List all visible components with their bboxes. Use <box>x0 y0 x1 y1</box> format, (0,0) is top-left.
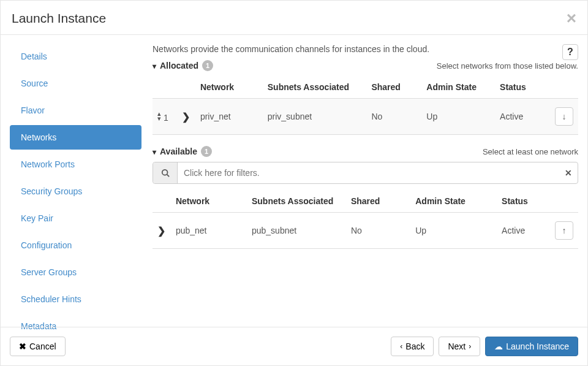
content-panel: ? Networks provide the communication cha… <box>141 44 578 341</box>
row-admin-state: Up <box>421 99 495 135</box>
chevron-down-icon <box>153 147 156 156</box>
arrow-down-icon: ↓ <box>562 112 567 121</box>
cloud-upload-icon: ☁ <box>494 341 503 351</box>
sidebar-item-key-pair[interactable]: Key Pair <box>10 206 141 231</box>
arrow-up-icon: ↑ <box>562 226 567 235</box>
chevron-left-icon: ‹ <box>400 342 402 351</box>
sidebar-item-server-groups[interactable]: Server Groups <box>10 260 141 284</box>
wizard-sidebar: Details Source Flavor Networks Network P… <box>10 44 141 341</box>
col-shared[interactable]: Shared <box>366 76 421 99</box>
allocated-header-row: Allocated 1 Select networks from those l… <box>153 60 578 71</box>
allocated-label: Allocated <box>160 61 198 71</box>
next-button[interactable]: Next › <box>439 337 480 356</box>
sidebar-item-source[interactable]: Source <box>10 71 141 96</box>
col-admin-state[interactable]: Admin State <box>421 76 495 99</box>
sidebar-item-network-ports[interactable]: Network Ports <box>10 152 141 177</box>
sidebar-item-details[interactable]: Details <box>10 44 141 69</box>
col-network[interactable]: Network <box>195 76 263 99</box>
svg-point-0 <box>162 170 167 175</box>
help-button[interactable]: ? <box>562 44 578 60</box>
sidebar-item-networks[interactable]: Networks <box>10 125 141 150</box>
svg-line-1 <box>167 175 169 177</box>
sidebar-item-configuration[interactable]: Configuration <box>10 233 141 257</box>
row-shared: No <box>366 99 421 135</box>
table-row: ❯ pub_net pub_subnet No Up Active ↑ <box>153 213 578 249</box>
row-status: Active <box>495 99 550 135</box>
chevron-right-icon: › <box>469 342 471 351</box>
table-row: ▴▾ 1 ❯ priv_net priv_subnet No Up Active… <box>153 99 578 135</box>
col-shared[interactable]: Shared <box>346 190 410 213</box>
allocated-hint: Select networks from those listed below. <box>437 61 578 71</box>
modal-title: Launch Instance <box>12 11 106 26</box>
clear-filter-button[interactable]: ✕ <box>559 162 578 183</box>
search-icon[interactable] <box>153 162 178 183</box>
allocated-table: Network Subnets Associated Shared Admin … <box>153 76 578 135</box>
row-expand[interactable]: ❯ <box>153 213 171 249</box>
filter-input[interactable] <box>178 162 559 183</box>
available-label: Available <box>160 147 197 156</box>
description-text: Networks provide the communication chann… <box>153 44 578 54</box>
row-network: pub_net <box>171 213 247 249</box>
chevron-right-icon: ❯ <box>157 226 165 236</box>
available-count-badge: 1 <box>201 146 212 157</box>
available-hint: Select at least one network <box>483 147 578 156</box>
launch-label: Launch Instance <box>506 341 569 351</box>
row-status: Active <box>497 213 550 249</box>
sidebar-item-flavor[interactable]: Flavor <box>10 98 141 123</box>
modal-header: Launch Instance × <box>1 1 587 35</box>
x-icon: ✖ <box>19 341 26 351</box>
col-action <box>550 190 578 213</box>
close-icon[interactable]: × <box>567 10 576 27</box>
col-expand <box>153 190 171 213</box>
row-admin-state: Up <box>410 213 497 249</box>
col-status[interactable]: Status <box>497 190 550 213</box>
modal-body: Details Source Flavor Networks Network P… <box>1 35 587 350</box>
filter-bar: ✕ <box>153 162 578 184</box>
remove-button[interactable]: ↓ <box>555 107 573 126</box>
launch-instance-modal: Launch Instance × Details Source Flavor … <box>0 0 588 366</box>
col-network[interactable]: Network <box>171 190 247 213</box>
back-button[interactable]: ‹ Back <box>391 337 434 356</box>
x-icon: ✕ <box>565 168 572 178</box>
row-network: priv_net <box>195 99 263 135</box>
available-header-row: Available 1 Select at least one network <box>153 146 578 157</box>
col-order <box>153 76 177 99</box>
modal-footer: ✖ Cancel ‹ Back Next › ☁ Launch Instance <box>1 327 587 365</box>
sidebar-item-security-groups[interactable]: Security Groups <box>10 179 141 204</box>
cancel-label: Cancel <box>29 341 56 351</box>
launch-instance-button[interactable]: ☁ Launch Instance <box>485 337 578 356</box>
row-expand[interactable]: ❯ <box>177 99 195 135</box>
cancel-button[interactable]: ✖ Cancel <box>10 337 66 356</box>
row-subnets: priv_subnet <box>263 99 367 135</box>
available-table: Network Subnets Associated Shared Admin … <box>153 190 578 249</box>
chevron-right-icon: ❯ <box>182 112 190 122</box>
row-order[interactable]: ▴▾ 1 <box>153 99 177 135</box>
next-label: Next <box>448 341 466 351</box>
col-status[interactable]: Status <box>495 76 550 99</box>
footer-right: ‹ Back Next › ☁ Launch Instance <box>391 337 578 356</box>
col-expand <box>177 76 195 99</box>
sidebar-item-scheduler-hints[interactable]: Scheduler Hints <box>10 287 141 311</box>
chevron-down-icon <box>153 61 156 71</box>
sort-icon: ▴▾ <box>157 111 161 121</box>
col-subnets[interactable]: Subnets Associated <box>263 76 367 99</box>
allocated-count-badge: 1 <box>202 60 213 71</box>
allocated-toggle[interactable]: Allocated 1 <box>153 60 213 71</box>
row-subnets: pub_subnet <box>247 213 346 249</box>
col-action <box>550 76 578 99</box>
row-shared: No <box>346 213 410 249</box>
back-label: Back <box>405 341 424 351</box>
available-toggle[interactable]: Available 1 <box>153 146 212 157</box>
add-button[interactable]: ↑ <box>555 221 573 240</box>
col-subnets[interactable]: Subnets Associated <box>247 190 346 213</box>
col-admin-state[interactable]: Admin State <box>410 190 497 213</box>
